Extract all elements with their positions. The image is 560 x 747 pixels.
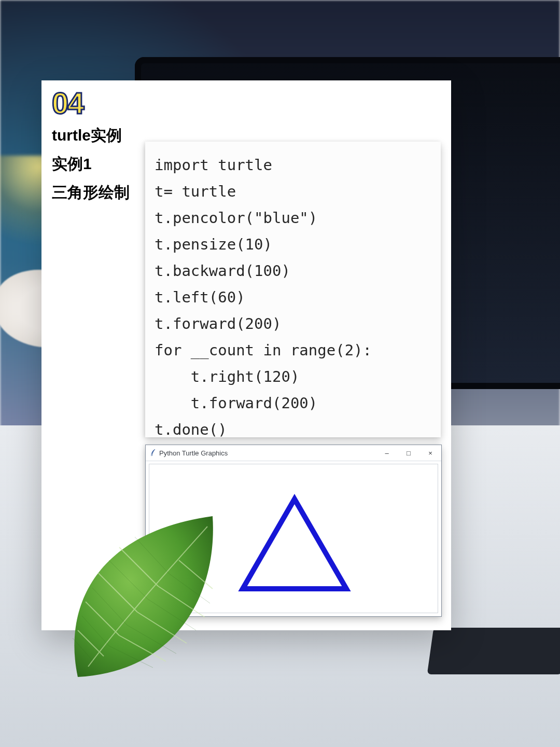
window-title: Python Turtle Graphics	[159, 449, 228, 457]
triangle-shape-width	[243, 499, 346, 589]
leaf-decoration	[57, 501, 244, 687]
title-line-2: 实例1	[52, 154, 156, 175]
title-block: turtle实例 实例1 三角形绘制	[52, 122, 156, 203]
title-line-3: 三角形绘制	[52, 182, 156, 203]
minimize-button[interactable]: –	[376, 445, 398, 461]
window-titlebar: Python Turtle Graphics – □ ×	[146, 445, 441, 461]
title-line-1: turtle实例	[52, 125, 156, 146]
window-buttons: – □ ×	[376, 445, 441, 461]
triangle-shape	[243, 499, 346, 589]
background-keyboard	[427, 628, 560, 674]
python-feather-icon	[150, 449, 156, 457]
maximize-button[interactable]: □	[398, 445, 419, 461]
code-text: import turtle t= turtle t.pencolor("blue…	[155, 152, 431, 443]
content-card: 04 turtle实例 实例1 三角形绘制 import turtle t= t…	[41, 80, 451, 630]
lesson-number-badge: 04	[52, 86, 83, 120]
close-button[interactable]: ×	[419, 445, 441, 461]
code-panel: import turtle t= turtle t.pencolor("blue…	[145, 142, 441, 437]
